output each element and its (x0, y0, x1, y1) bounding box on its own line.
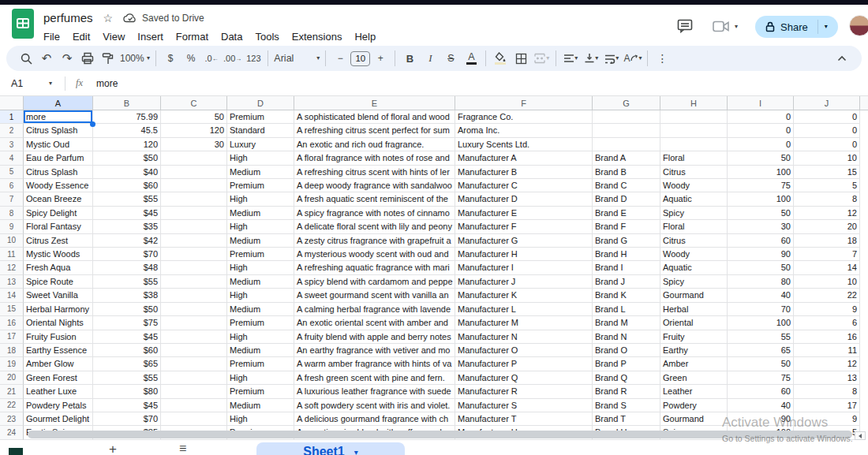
cell-C12[interactable] (161, 261, 227, 274)
cell-G5[interactable]: Brand B (593, 166, 660, 179)
cell-H21[interactable]: Leather (660, 385, 728, 398)
font-family-select[interactable]: Arial▾ (274, 49, 320, 68)
cell-A12[interactable]: Fresh Aqua (24, 261, 93, 274)
cell-A7[interactable]: Ocean Breeze (24, 192, 93, 206)
select-all-corner[interactable] (0, 96, 24, 110)
paint-format-icon[interactable] (99, 49, 117, 68)
cell-I2[interactable]: 0 (728, 124, 794, 137)
cell-F3[interactable]: Luxury Scents Ltd. (455, 138, 593, 151)
row-header-19[interactable]: 19 (0, 357, 24, 371)
cell-D16[interactable]: Premium (227, 316, 294, 330)
cell-C16[interactable] (161, 316, 227, 330)
row-header-4[interactable]: 4 (0, 151, 24, 165)
cell-J5[interactable]: 15 (794, 166, 860, 179)
text-wrap-button[interactable]: ▾ (603, 49, 620, 68)
cell-G3[interactable] (593, 138, 660, 151)
cell-H1[interactable] (660, 110, 728, 124)
more-options-icon[interactable]: ⋮ (653, 49, 671, 68)
cell-J7[interactable]: 8 (794, 192, 860, 206)
decrease-decimal-button[interactable]: .0← (203, 49, 220, 68)
col-header-E[interactable]: E (294, 96, 455, 110)
col-header-F[interactable]: F (455, 96, 593, 110)
cell-D15[interactable]: Medium (227, 303, 294, 316)
cell-D14[interactable]: High (227, 289, 294, 302)
text-rotation-button[interactable]: A ▾ (623, 49, 642, 68)
cell-F22[interactable]: Manufacturer S (455, 399, 593, 412)
col-header-J[interactable]: J (794, 96, 860, 110)
cell-J6[interactable]: 5 (794, 179, 860, 192)
cell-E11[interactable]: A mysterious woody scent with oud and (294, 248, 455, 261)
cell-G12[interactable]: Brand I (593, 261, 660, 274)
cell-F10[interactable]: Manufacturer G (455, 234, 593, 248)
col-header-H[interactable]: H (660, 96, 728, 110)
cell-F20[interactable]: Manufacturer Q (455, 371, 593, 385)
cell-E20[interactable]: A fresh green scent with pine and fern. (294, 371, 455, 385)
share-button[interactable]: Share ▾ (755, 16, 838, 38)
cell-B12[interactable]: $48 (93, 261, 161, 274)
cell-H11[interactable]: Woody (660, 248, 728, 261)
formula-input[interactable]: more (96, 78, 118, 89)
bold-button[interactable]: B (401, 49, 418, 68)
cell-G6[interactable]: Brand C (593, 179, 660, 192)
add-sheet-button[interactable]: + (109, 442, 117, 455)
saved-status[interactable]: Saved to Drive (123, 13, 204, 24)
cell-J16[interactable]: 6 (794, 316, 860, 330)
cell-A10[interactable]: Citrus Zest (24, 234, 93, 248)
cell-C4[interactable] (161, 151, 227, 165)
cell-J19[interactable]: 12 (794, 357, 860, 371)
row-header-17[interactable]: 17 (0, 330, 24, 344)
cell-I7[interactable]: 100 (728, 192, 794, 206)
cell-D20[interactable]: High (227, 371, 294, 385)
fill-handle[interactable] (90, 121, 95, 127)
row-header-5[interactable]: 5 (0, 166, 24, 179)
cell-I8[interactable]: 50 (728, 207, 794, 220)
col-header-D[interactable]: D (227, 96, 294, 110)
cell-C6[interactable] (161, 179, 227, 192)
row-header-3[interactable]: 3 (0, 138, 24, 151)
row-header-2[interactable]: 2 (0, 124, 24, 137)
meet-video-button[interactable]: ▾ (713, 21, 738, 32)
number-format-button[interactable]: 123 (245, 49, 262, 68)
borders-button[interactable] (512, 49, 529, 68)
cell-F13[interactable]: Manufacturer J (455, 275, 593, 289)
horizontal-align-button[interactable]: ▾ (562, 49, 579, 68)
cell-C13[interactable] (161, 275, 227, 289)
cell-B3[interactable]: 120 (93, 138, 161, 151)
cell-B21[interactable]: $80 (93, 385, 161, 398)
cell-D21[interactable]: Premium (227, 385, 294, 398)
cell-J13[interactable]: 10 (794, 275, 860, 289)
cell-E18[interactable]: An earthy fragrance with vetiver and mo (294, 344, 455, 357)
cell-C9[interactable] (161, 220, 227, 233)
cell-I11[interactable]: 90 (728, 248, 794, 261)
row-header-12[interactable]: 12 (0, 261, 24, 274)
cell-F4[interactable]: Manufacturer A (455, 151, 593, 165)
col-header-B[interactable]: B (93, 96, 161, 110)
cell-I5[interactable]: 100 (728, 166, 794, 179)
cell-G17[interactable]: Brand N (593, 330, 660, 344)
cell-C11[interactable] (161, 248, 227, 261)
cell-A5[interactable]: Citrus Splash (24, 166, 93, 179)
document-title[interactable]: perfumes (43, 11, 93, 24)
cell-H2[interactable] (660, 124, 728, 137)
row-header-18[interactable]: 18 (0, 344, 24, 357)
cell-C20[interactable] (161, 371, 227, 385)
menu-data[interactable]: Data (215, 29, 249, 44)
cell-D8[interactable]: Medium (227, 207, 294, 220)
cell-A17[interactable]: Fruity Fusion (24, 330, 93, 344)
currency-format-button[interactable]: $ (162, 49, 179, 68)
cell-C10[interactable] (161, 234, 227, 248)
cell-G4[interactable]: Brand A (593, 151, 660, 165)
cell-H17[interactable]: Fruity (660, 330, 728, 344)
row-header-22[interactable]: 22 (0, 399, 24, 412)
cell-A23[interactable]: Gourmet Delight (24, 412, 93, 426)
cell-G20[interactable]: Brand Q (593, 371, 660, 385)
cell-B23[interactable]: $70 (93, 412, 161, 426)
cell-E4[interactable]: A floral fragrance with notes of rose an… (294, 151, 455, 165)
row-header-24[interactable]: 24 (0, 426, 24, 439)
cell-I3[interactable]: 0 (728, 138, 794, 151)
cell-F2[interactable]: Aroma Inc. (455, 124, 593, 137)
cell-C7[interactable] (161, 192, 227, 206)
meet-dropdown-caret[interactable]: ▾ (735, 24, 738, 30)
cell-B13[interactable]: $55 (93, 275, 161, 289)
cell-A9[interactable]: Floral Fantasy (24, 220, 93, 233)
